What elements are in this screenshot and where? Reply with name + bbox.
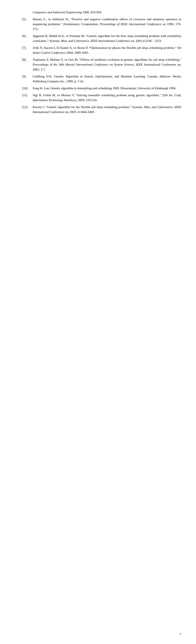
ref-text-11: Sigl B, Golub M, ve Mornar V, “Solving t… bbox=[33, 93, 181, 102]
ref-number-7: [7]. bbox=[22, 45, 33, 55]
references-block: Computers and Industrial Engineering 199… bbox=[22, 10, 181, 114]
ref-number-5: [5]. bbox=[22, 17, 33, 32]
ref-text-9: Goldberg D-E, Genetic Algorithm in Searc… bbox=[33, 74, 181, 84]
ref-intro-line: Computers and Industrial Engineering 199… bbox=[22, 10, 181, 15]
ref-text-8: Tsujimura Y, Mafune Y, ve Gen M, “Effect… bbox=[33, 57, 181, 72]
ref-entry-8: [8]. Tsujimura Y, Mafune Y, ve Gen M, “E… bbox=[22, 57, 181, 72]
ref-text-6: Aggoune R, Mahdi H-A, ve Portman M, “Gen… bbox=[33, 34, 181, 43]
ref-entry-9: [9]. Goldberg D-E, Genetic Algorithm in … bbox=[22, 74, 181, 84]
ref-text-10: Fang H- Lan, Genetic algorithm in timeta… bbox=[33, 86, 181, 91]
page: Computers and Industrial Engineering 199… bbox=[0, 0, 196, 644]
ref-entry-6: [6]. Aggoune R, Mahdi H-A, ve Portman M,… bbox=[22, 34, 181, 43]
ref-entry-11: [11]. Sigl B, Golub M, ve Mornar V, “Sol… bbox=[22, 93, 181, 102]
ref-entry-12: [12]. Kacem I, “Genetic algorithm for th… bbox=[22, 104, 181, 114]
page-number: 7 bbox=[180, 632, 181, 637]
ref-number-10: [10]. bbox=[22, 86, 33, 91]
ref-number-11: [11]. bbox=[22, 93, 33, 102]
ref-entry-5: [5]. Murata T., ve Ishibuchi H., “Positi… bbox=[22, 17, 181, 32]
ref-text-12: Kacem I, “Genetic algorithm for the flex… bbox=[33, 104, 181, 114]
ref-entry-10: [10]. Fang H- Lan, Genetic algorithm in … bbox=[22, 86, 181, 91]
ref-intro-text: Computers and Industrial Engineering 199… bbox=[33, 10, 181, 15]
ref-text-7: Zribi N, Kacem I, El Kamel A, ve Borne P… bbox=[33, 45, 181, 55]
ref-text-5: Murata T., ve Ishibuchi H., “Positive an… bbox=[33, 17, 181, 32]
ref-entry-7: [7]. Zribi N, Kacem I, El Kamel A, ve Bo… bbox=[22, 45, 181, 55]
ref-number-12: [12]. bbox=[22, 104, 33, 114]
ref-number-8: [8]. bbox=[22, 57, 33, 72]
ref-number-9: [9]. bbox=[22, 74, 33, 84]
ref-number-placeholder bbox=[22, 10, 33, 15]
ref-number-6: [6]. bbox=[22, 34, 33, 43]
